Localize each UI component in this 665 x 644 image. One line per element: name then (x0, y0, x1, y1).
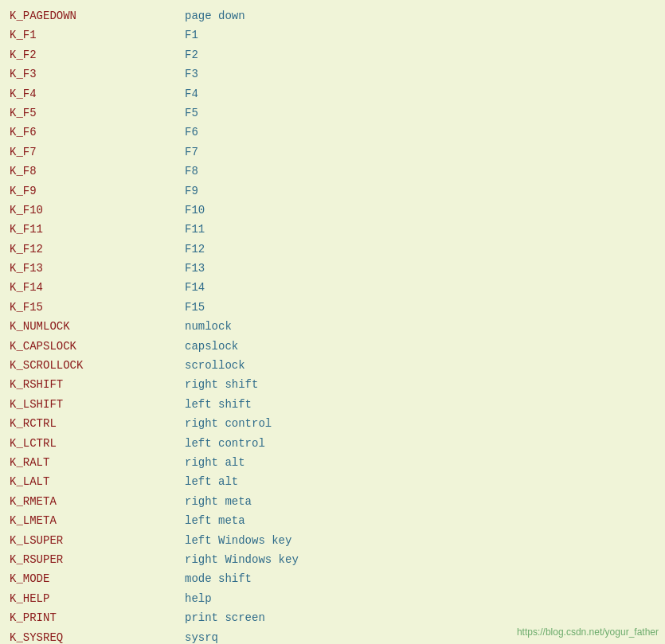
key-desc: capslock (185, 338, 238, 355)
key-desc: F12 (185, 240, 205, 258)
key-name: K_NUMLOCK (10, 318, 185, 335)
key-name: K_F1 (10, 26, 185, 44)
table-row: K_RMETAright meta (10, 492, 655, 511)
table-row: K_SCROLLOCKscrollock (10, 356, 655, 375)
table-row: K_RSUPERright Windows key (10, 550, 655, 569)
key-name: K_LALT (10, 473, 185, 490)
key-desc: left shift (185, 396, 252, 413)
key-name: K_LSUPER (10, 532, 185, 549)
key-name: K_RALT (10, 454, 185, 471)
table-row: K_F15F15 (10, 298, 655, 317)
table-row: K_HELPhelp (10, 589, 655, 608)
key-table: K_PAGEDOWNpage downK_F1F1K_F2F2K_F3F3K_F… (10, 6, 655, 644)
key-name: K_F15 (10, 299, 185, 316)
key-name: K_F10 (10, 201, 185, 219)
table-row: K_RCTRLright control (10, 414, 655, 433)
key-desc: help (185, 590, 212, 607)
key-desc: F4 (185, 85, 198, 103)
table-row: K_F9F9 (10, 181, 655, 201)
table-row: K_F5F5 (10, 103, 655, 123)
key-name: K_F6 (10, 123, 185, 141)
key-name: K_F12 (10, 240, 185, 258)
table-row: K_F2F2 (10, 45, 655, 64)
key-desc: F9 (185, 182, 198, 200)
table-row: K_RSHIFTright shift (10, 375, 655, 394)
key-name: K_CAPSLOCK (10, 338, 185, 355)
table-row: K_F14F14 (10, 278, 655, 297)
key-name: K_SYSREQ (10, 629, 185, 645)
watermark: https://blog.csdn.net/yogur_father (517, 626, 659, 638)
table-row: K_PAGEDOWNpage down (10, 6, 655, 25)
key-name: K_F4 (10, 85, 185, 103)
key-name: K_LMETA (10, 512, 185, 529)
key-desc: right meta (185, 493, 252, 510)
key-desc: F2 (185, 46, 198, 64)
table-row: K_F7F7 (10, 142, 655, 162)
table-row: K_PRINTprint screen (10, 608, 655, 627)
key-desc: F5 (185, 104, 198, 122)
key-desc: F8 (185, 162, 198, 180)
table-row: K_F4F4 (10, 84, 655, 103)
key-desc: sysrq (185, 629, 218, 645)
key-desc: right Windows key (185, 551, 299, 568)
key-name: K_PRINT (10, 609, 185, 626)
key-desc: F15 (185, 299, 205, 316)
key-desc: left Windows key (185, 532, 291, 549)
table-row: K_F12F12 (10, 240, 655, 259)
key-name: K_F11 (10, 221, 185, 238)
key-desc: left meta (185, 512, 245, 529)
key-name: K_PAGEDOWN (10, 7, 185, 25)
key-desc: right shift (185, 376, 258, 393)
key-desc: F13 (185, 260, 205, 277)
key-name: K_F14 (10, 279, 185, 296)
key-desc: numlock (185, 318, 232, 335)
table-row: K_LCTRLleft control (10, 434, 655, 453)
key-desc: right control (185, 415, 272, 432)
key-desc: scrollock (185, 357, 245, 374)
key-desc: page down (185, 7, 245, 25)
key-name: K_F7 (10, 143, 185, 161)
table-row: K_NUMLOCKnumlock (10, 317, 655, 336)
key-desc: F3 (185, 65, 198, 83)
key-desc: F6 (185, 123, 198, 141)
key-name: K_RMETA (10, 493, 185, 510)
key-desc: F10 (185, 201, 205, 219)
key-desc: F11 (185, 221, 205, 238)
table-row: K_LSUPERleft Windows key (10, 531, 655, 550)
table-row: K_F8F8 (10, 162, 655, 181)
key-name: K_F8 (10, 162, 185, 180)
key-desc: right alt (185, 454, 245, 471)
key-name: K_LSHIFT (10, 396, 185, 413)
table-row: K_F13F13 (10, 259, 655, 278)
key-name: K_RSUPER (10, 551, 185, 568)
key-desc: F14 (185, 279, 205, 296)
key-name: K_HELP (10, 590, 185, 607)
key-name: K_F9 (10, 182, 185, 200)
key-desc: left control (185, 435, 265, 452)
key-desc: mode shift (185, 570, 252, 587)
key-name: K_RSHIFT (10, 376, 185, 393)
table-row: K_MODEmode shift (10, 569, 655, 588)
key-name: K_MODE (10, 570, 185, 587)
table-row: K_LSHIFTleft shift (10, 395, 655, 414)
key-desc: left alt (185, 473, 238, 490)
key-name: K_SCROLLOCK (10, 357, 185, 374)
table-row: K_LALTleft alt (10, 472, 655, 491)
table-row: K_F11F11 (10, 220, 655, 239)
table-row: K_LMETAleft meta (10, 511, 655, 530)
key-desc: F1 (185, 26, 198, 44)
table-row: K_F10F10 (10, 201, 655, 220)
key-name: K_F2 (10, 46, 185, 64)
key-name: K_F13 (10, 260, 185, 277)
key-desc: F7 (185, 143, 198, 161)
table-row: K_F1F1 (10, 25, 655, 45)
key-name: K_LCTRL (10, 435, 185, 452)
table-row: K_CAPSLOCKcapslock (10, 337, 655, 356)
key-desc: print screen (185, 609, 265, 626)
table-row: K_F3F3 (10, 64, 655, 84)
key-name: K_F5 (10, 104, 185, 122)
table-row: K_RALTright alt (10, 453, 655, 472)
key-name: K_RCTRL (10, 415, 185, 432)
table-row: K_F6F6 (10, 123, 655, 142)
key-name: K_F3 (10, 65, 185, 83)
